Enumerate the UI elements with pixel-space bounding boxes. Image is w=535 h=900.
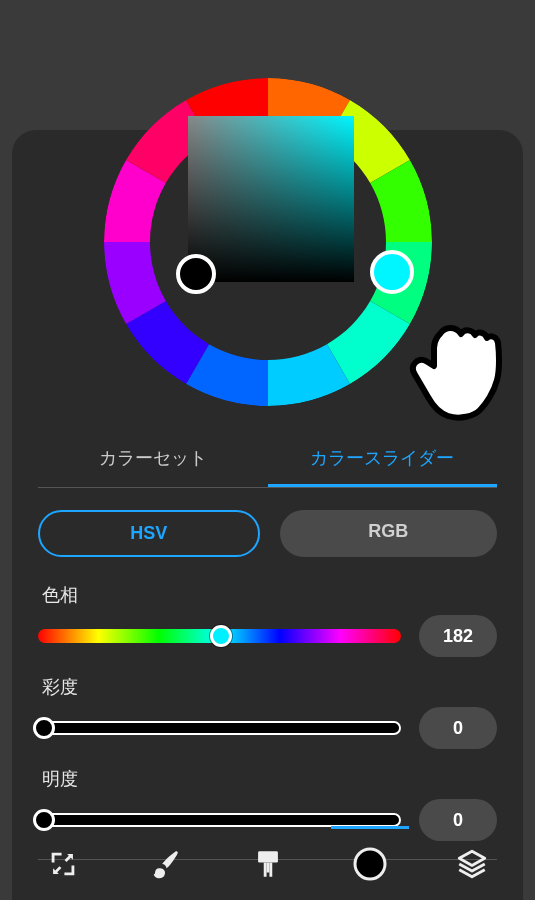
svg-rect-0 [188, 116, 354, 282]
mode-hsv-button[interactable]: HSV [38, 510, 260, 557]
color-panel: カラーセット カラースライダー HSV RGB 色相 182 彩度 [12, 130, 523, 900]
val-label: 明度 [42, 767, 497, 791]
sv-thumb[interactable] [178, 256, 214, 292]
transform-icon [46, 847, 80, 881]
sat-thumb[interactable] [33, 717, 55, 739]
tool-color[interactable] [319, 828, 421, 900]
color-circle-icon [352, 846, 388, 882]
tool-layers[interactable] [421, 828, 523, 900]
tool-brush[interactable] [114, 828, 216, 900]
color-mode-row: HSV RGB [38, 510, 497, 557]
color-picker[interactable] [108, 152, 428, 412]
tab-color-set[interactable]: カラーセット [38, 432, 268, 487]
hue-thumb[interactable] [210, 625, 232, 647]
tab-color-slider[interactable]: カラースライダー [268, 432, 498, 487]
sat-label: 彩度 [42, 675, 497, 699]
color-tab-bar: カラーセット カラースライダー [38, 432, 497, 488]
svg-rect-3 [269, 863, 272, 877]
hue-slider[interactable] [38, 629, 401, 643]
paint-icon [251, 847, 285, 881]
hue-ring-thumb[interactable] [372, 252, 412, 292]
sat-slider-block: 彩度 0 [38, 675, 497, 749]
svg-point-5 [355, 849, 385, 879]
sat-slider[interactable] [38, 721, 401, 735]
hue-label: 色相 [42, 583, 497, 607]
hue-slider-block: 色相 182 [38, 583, 497, 657]
tool-transform[interactable] [12, 828, 114, 900]
brush-icon [148, 847, 182, 881]
tool-paint[interactable] [216, 828, 318, 900]
hue-value[interactable]: 182 [419, 615, 497, 657]
color-wheel[interactable] [88, 62, 448, 422]
layers-icon [455, 847, 489, 881]
svg-rect-2 [263, 863, 266, 877]
svg-rect-4 [266, 863, 269, 873]
val-slider[interactable] [38, 813, 401, 827]
app-canvas: カラーセット カラースライダー HSV RGB 色相 182 彩度 [0, 0, 535, 900]
sat-value[interactable]: 0 [419, 707, 497, 749]
bottom-toolbar [12, 828, 523, 900]
mode-rgb-button[interactable]: RGB [280, 510, 498, 557]
svg-rect-1 [258, 851, 278, 862]
